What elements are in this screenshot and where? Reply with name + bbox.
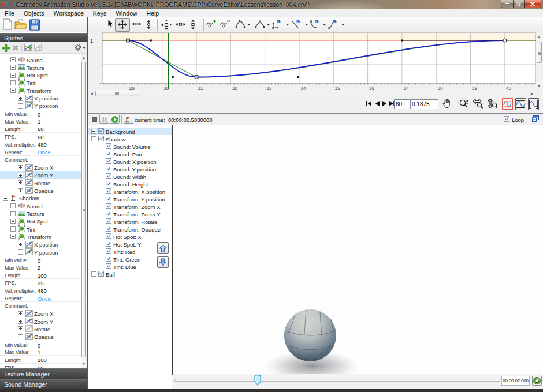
frame-input[interactable] bbox=[394, 99, 411, 109]
sprite-node-texture[interactable]: Texture bbox=[0, 210, 81, 218]
curve-plot[interactable]: 2930313233343536373839401 bbox=[88, 32, 543, 90]
collapse-icon[interactable] bbox=[91, 136, 96, 141]
sprite-node-y-position[interactable]: Y position bbox=[0, 102, 81, 110]
prev-frame-icon[interactable] bbox=[375, 101, 380, 106]
sprites-panel-header[interactable]: Sprites bbox=[0, 33, 87, 42]
scroll-down-icon[interactable]: ▼ bbox=[537, 84, 541, 88]
tangent-handle-dot[interactable] bbox=[401, 40, 403, 42]
track-checkbox[interactable] bbox=[106, 173, 111, 179]
scroll-right-icon[interactable]: ▶ bbox=[531, 92, 534, 95]
sprite-node-zoom-x[interactable]: Zoom X bbox=[0, 164, 81, 171]
sprite-node-sound[interactable]: Sound bbox=[0, 202, 81, 210]
sprite-node-rotate[interactable]: Rotate bbox=[0, 179, 81, 186]
ease-key-type-dropdown-icon[interactable] bbox=[323, 24, 326, 26]
value-input[interactable] bbox=[410, 99, 438, 109]
texture-manager-panel-header[interactable]: Texture Manager bbox=[0, 368, 87, 379]
expand-icon[interactable] bbox=[18, 96, 23, 101]
menu-keys[interactable]: Keys bbox=[88, 10, 111, 17]
sprite-node-x-position[interactable]: X position bbox=[0, 241, 81, 248]
track-row-transform-zoom-y[interactable]: Transform: Zoom Y bbox=[88, 210, 172, 218]
collapse-icon[interactable] bbox=[18, 249, 23, 255]
gear-dropdown-icon[interactable] bbox=[83, 47, 86, 49]
save-file-icon[interactable] bbox=[29, 19, 40, 31]
delete-key-icon[interactable] bbox=[220, 20, 230, 28]
zoom-tool-icon[interactable] bbox=[459, 99, 470, 109]
clock-button[interactable] bbox=[532, 376, 542, 386]
track-checkbox[interactable] bbox=[106, 158, 111, 164]
track-row-hot-spot-x[interactable]: Hot Spot: X bbox=[88, 233, 172, 240]
track-checkbox[interactable] bbox=[106, 211, 111, 216]
move-all-keys-icon[interactable] bbox=[161, 20, 172, 30]
track-row-transform-y-position[interactable]: Transform: Y position bbox=[88, 195, 172, 203]
collapse-icon[interactable] bbox=[3, 196, 8, 201]
sprite-node-texture[interactable]: Texture bbox=[0, 64, 81, 71]
track-row-bound-height[interactable]: Bound: Height bbox=[88, 180, 172, 188]
sprite-node-transform[interactable]: Transform bbox=[0, 233, 81, 240]
collapse-icon[interactable] bbox=[18, 103, 23, 109]
track-row-transform-x-position[interactable]: Transform: X position bbox=[88, 188, 172, 195]
expand-icon[interactable] bbox=[18, 326, 23, 331]
track-checkbox[interactable] bbox=[106, 256, 111, 262]
smooth-key-type-dropdown-icon[interactable] bbox=[341, 24, 345, 26]
collapse-icon[interactable] bbox=[18, 334, 23, 339]
sprite-node-hot-spot[interactable]: Hot Spot bbox=[0, 72, 81, 79]
track-row-sound-volume[interactable]: Sound: Volume bbox=[88, 143, 172, 150]
scroll-left-icon[interactable]: ◀ bbox=[90, 92, 93, 95]
go-first-frame-icon[interactable] bbox=[366, 101, 371, 106]
expand-icon[interactable] bbox=[10, 203, 16, 208]
track-checkbox[interactable] bbox=[106, 188, 111, 194]
play-button[interactable] bbox=[110, 115, 120, 124]
track-checkbox[interactable] bbox=[106, 203, 111, 209]
stop-icon[interactable] bbox=[92, 117, 97, 122]
key-point[interactable] bbox=[195, 76, 198, 79]
sprite-node-shadow[interactable]: Shadow bbox=[0, 195, 81, 202]
sprites-scrollbar[interactable]: ▲▼ bbox=[81, 54, 87, 368]
menu-objects[interactable]: Objects bbox=[19, 10, 49, 17]
show-limits-mode-button[interactable] bbox=[502, 98, 513, 110]
gear-icon[interactable] bbox=[75, 44, 81, 51]
track-checkbox[interactable] bbox=[98, 271, 104, 277]
track-checkbox[interactable] bbox=[106, 151, 111, 156]
key-point[interactable] bbox=[127, 39, 130, 42]
track-row-transform-rotate[interactable]: Transform: Rotate bbox=[88, 218, 172, 225]
sprite-node-transform[interactable]: Transform bbox=[0, 87, 81, 94]
fit-curve-mode-button[interactable] bbox=[515, 98, 526, 110]
track-row-background[interactable]: Background bbox=[88, 128, 172, 135]
expand-icon[interactable] bbox=[10, 65, 16, 70]
sprite-node-zoom-x[interactable]: Zoom X bbox=[0, 310, 81, 318]
add-curve-disabled-icon[interactable] bbox=[34, 44, 43, 52]
zoom-vertical-icon[interactable] bbox=[488, 99, 497, 109]
sprite-node-opaque[interactable]: Opaque bbox=[0, 333, 81, 341]
tangent-handle-dot[interactable] bbox=[172, 76, 174, 78]
track-checkbox[interactable] bbox=[106, 241, 111, 247]
move-keys-horizontal-icon[interactable] bbox=[132, 21, 142, 27]
sprite-node-x-position[interactable]: X position bbox=[0, 95, 81, 102]
volleyball-sprite[interactable] bbox=[247, 295, 374, 387]
expand-icon[interactable] bbox=[18, 173, 23, 178]
add-curve-icon[interactable] bbox=[24, 44, 33, 52]
pause-button[interactable] bbox=[99, 115, 109, 124]
expand-icon[interactable] bbox=[18, 188, 23, 193]
linear-key-type-icon[interactable] bbox=[292, 20, 301, 29]
track-row-transform-opaque[interactable]: Transform: Opaque bbox=[88, 225, 172, 233]
collapse-icon[interactable] bbox=[10, 234, 16, 239]
dock-window-icon[interactable] bbox=[532, 115, 539, 122]
move-all-keys-horizontal-icon[interactable] bbox=[176, 21, 185, 27]
property-value[interactable]: Once bbox=[38, 149, 51, 155]
track-checkbox[interactable] bbox=[106, 181, 111, 186]
scroll-up-icon[interactable]: ▲ bbox=[82, 56, 85, 59]
select-tool-icon[interactable] bbox=[106, 19, 115, 29]
expand-icon[interactable] bbox=[18, 165, 23, 170]
track-checkbox[interactable] bbox=[98, 128, 104, 134]
scroll-thumb[interactable] bbox=[81, 62, 86, 357]
track-checkbox[interactable] bbox=[106, 196, 111, 201]
sprite-node-zoom-y[interactable]: Zoom Y bbox=[0, 318, 81, 325]
collapse-icon[interactable] bbox=[10, 88, 16, 93]
expand-icon[interactable] bbox=[18, 242, 23, 247]
delete-sprite-icon[interactable] bbox=[12, 44, 19, 51]
move-keys-vertical-icon[interactable] bbox=[146, 20, 152, 29]
expand-icon[interactable] bbox=[18, 319, 23, 324]
sprite-node-y-position[interactable]: Y position bbox=[0, 248, 81, 256]
new-file-icon[interactable] bbox=[2, 18, 13, 31]
smooth-key-type-icon[interactable] bbox=[328, 20, 337, 29]
